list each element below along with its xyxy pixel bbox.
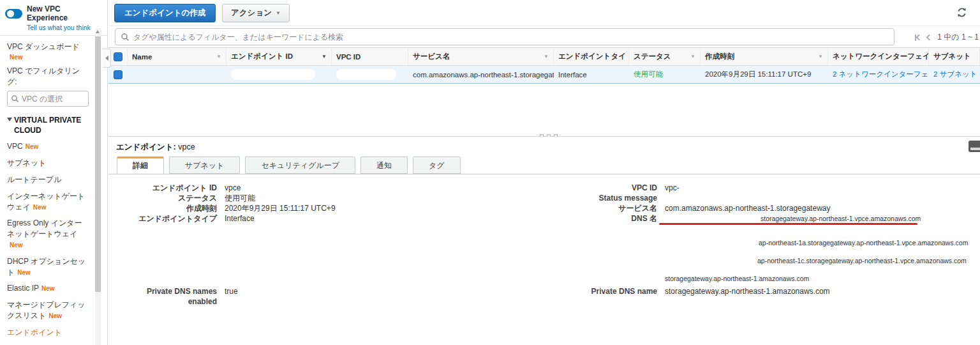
previous-page-icon[interactable] [927,35,932,40]
private-dns-name-value: storagegateway.ap-northeast-1.amazonaws.… [665,286,830,296]
search-row: 1 中の 1 ~ 1 [108,26,980,47]
cell-created: 2020年9月29日 15:11:17 UTC+9 [701,66,828,83]
detail-label: エンドポイント ID [121,183,217,193]
create-endpoint-button[interactable]: エンドポイントの作成 [114,4,216,22]
detail-value: 2020年9月29日 15:11:17 UTC+9 [225,203,336,213]
select-all-cell [108,48,128,65]
detail-row: Private DNS names enabledtrue [121,286,336,307]
actions-button[interactable]: アクション▼ [222,4,290,22]
vpc-filter-label: VPC でフィルタリング: [7,66,89,88]
table-filter-search[interactable] [115,28,895,45]
sidebar-item[interactable]: エンドポイント [7,327,89,338]
redacted-endpoint-id [231,69,315,80]
column-header[interactable]: エンドポイントタイ▼ [554,48,629,65]
detail-value: vpce [225,183,241,193]
column-header-label: サービス名 [413,52,450,61]
details-left-column: エンドポイント IDvpceステータス使用可能作成時刻2020年9月29日 15… [121,183,336,307]
sort-caret-icon: ▼ [320,54,327,59]
sidebar-item[interactable]: サブネット [7,158,89,169]
new-badge: New [33,204,47,211]
table-cell [108,66,128,83]
main-content: エンドポイントの作成 アクション▼ 1 中の 1 ~ 1 Name▼エンドポイン… [108,0,980,345]
status-message-label: Status message [555,193,657,203]
tab-inactive[interactable]: セキュリティグループ [245,157,355,174]
column-header[interactable]: サービス名▼ [408,48,554,65]
column-header-label: VPC ID [336,53,360,61]
sidebar-item-label: Elastic IP [7,284,39,293]
sidebar-item-vpc-dashboard[interactable]: VPC ダッシュボードNew [7,42,89,61]
table-cell [332,66,408,83]
sidebar-item-label: インターネットゲートウェイ [7,192,85,211]
vpc-select-input[interactable] [22,95,79,103]
column-header-label: Name [132,53,152,61]
refresh-icon [956,7,967,18]
feedback-link[interactable]: Tell us what you think [27,24,102,31]
detail-value: true [225,286,238,307]
table-cell [226,66,332,83]
dns-entry: ap-northeast-1c.storagegateway.ap-northe… [757,256,977,266]
column-header[interactable]: エンドポイント ID▼ [226,48,332,65]
new-badge: New [41,285,55,292]
vpc-select-search[interactable] [7,91,89,107]
detail-label: 作成時刻 [121,203,217,213]
cell-endpoint-type: Interface [554,66,629,83]
sidebar-section-header: VIRTUAL PRIVATE CLOUD [7,115,89,135]
sidebar-nav: VPC ダッシュボードNew VPC でフィルタリング: VIRTUAL PRI… [0,36,107,345]
tab-inactive[interactable]: サブネット [169,157,240,174]
sidebar-item[interactable]: Elastic IPNew [7,283,89,294]
chevron-down-icon: ▼ [276,10,281,16]
cell-status: 使用可能 [629,66,701,83]
cell-subnets-text[interactable]: 2 サブネット [933,70,977,79]
table-row[interactable]: com.amazonaws.ap-northeast-1.storagegate… [108,66,980,84]
sidebar-scrollbar-track[interactable] [95,28,101,345]
new-badge: New [48,312,62,319]
sidebar-item[interactable]: マネージドプレフィックスリストNew [7,300,89,321]
sort-caret-icon: ▼ [214,54,221,59]
sidebar-item[interactable]: Egress Only インターネットゲートウェイNew [7,218,89,250]
cell-service-name: com.amazonaws.ap-northeast-1.storagegate… [408,66,554,83]
vpc-id-link[interactable]: vpc- [665,183,679,193]
tab-inactive[interactable]: タグ [413,157,461,174]
select-all-checkbox[interactable] [114,52,122,61]
sidebar-item-label: エンドポイント [7,328,62,337]
sidebar-scrollbar-thumb[interactable] [95,36,101,292]
first-page-icon[interactable] [915,34,921,41]
cell-network-interfaces-text[interactable]: 2 ネットワークインターフェイ... [833,70,929,79]
sidebar-item[interactable]: ルートテーブル [7,174,89,185]
cell-subnets[interactable]: 2 サブネット [929,66,980,83]
new-badge: New [10,54,23,61]
dns-entry: ap-northeast-1a.storagegateway.ap-northe… [759,238,977,248]
column-header-label: エンドポイントタイ [558,52,626,61]
new-experience-toggle[interactable] [5,9,22,19]
expand-panel-icon[interactable] [969,141,980,152]
tabs-divider [108,174,980,174]
service-name-label: サービス名 [555,203,657,213]
refresh-button[interactable] [956,7,967,20]
sidebar-collapse-button[interactable] [102,49,111,68]
table-filter-input[interactable] [133,33,889,42]
cell-network-interfaces[interactable]: 2 ネットワークインターフェイ... [828,66,929,83]
column-header[interactable]: Name▼ [128,48,226,65]
column-header[interactable]: ネットワークインターフェイス [828,48,929,65]
column-header[interactable]: ステータス▼ [629,48,701,65]
cell-status-text: 使用可能 [634,70,663,79]
column-header-label: 作成時刻 [705,52,734,61]
new-badge: New [17,269,31,276]
sidebar-item-label: ルートテーブル [7,175,61,184]
row-checkbox[interactable] [114,70,122,79]
tab-active[interactable]: 詳細 [117,157,164,174]
red-underline-annotation [659,223,917,225]
chevron-left-icon [105,56,108,61]
column-header[interactable]: サブネット [929,48,980,65]
sidebar-item[interactable]: インターネットゲートウェイNew [7,191,89,213]
sort-caret-icon: ▼ [688,54,695,59]
column-header[interactable]: VPC ID [332,48,408,65]
column-header[interactable]: 作成時刻▼ [701,48,828,65]
table-header: Name▼エンドポイント ID▼VPC IDサービス名▼エンドポイントタイ▼ステ… [108,47,980,66]
column-header-label: ネットワークインターフェイス [833,52,929,61]
sidebar-item[interactable]: VPCNew [7,141,89,152]
tab-inactive[interactable]: 通知 [360,157,408,174]
sidebar-item[interactable]: DHCP オプションセットNew [7,256,89,278]
scrollbar-up-arrow[interactable] [96,30,100,33]
column-header-label: ステータス [634,52,671,61]
